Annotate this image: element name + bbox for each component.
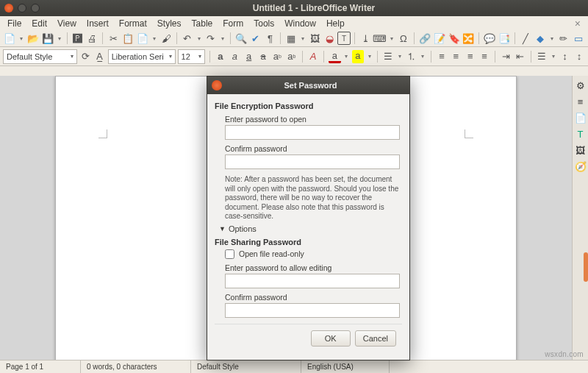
dialog-button-row: OK Cancel <box>215 324 402 352</box>
confirm-password-input[interactable] <box>225 154 400 169</box>
modal-overlay: Set Password File Encryption Password En… <box>0 0 588 373</box>
confirm-edit-password-label: Confirm password <box>225 293 402 302</box>
confirm-password-label: Confirm password <box>225 144 402 153</box>
options-expander[interactable]: ▼Options <box>219 224 402 233</box>
enter-password-input[interactable] <box>225 125 400 140</box>
dialog-title: Set Password <box>226 81 409 90</box>
options-label: Options <box>229 224 257 233</box>
enter-edit-password-label: Enter password to allow editing <box>225 263 402 272</box>
dialog-body: File Encryption Password Enter password … <box>207 94 409 360</box>
confirm-edit-password-input[interactable] <box>225 303 400 318</box>
read-only-label: Open file read-only <box>239 249 304 258</box>
sharing-group-label: File Sharing Password <box>215 238 402 246</box>
password-note: Note: After a password has been set, the… <box>225 175 400 221</box>
ok-button[interactable]: OK <box>311 330 351 347</box>
triangle-down-icon: ▼ <box>219 225 226 232</box>
enter-edit-password-input[interactable] <box>225 274 400 288</box>
dialog-titlebar[interactable]: Set Password <box>207 77 409 94</box>
set-password-dialog: Set Password File Encryption Password En… <box>207 76 410 360</box>
watermark-text: wsxdn.com <box>545 350 584 358</box>
dialog-close-icon[interactable] <box>212 80 222 90</box>
read-only-checkbox[interactable] <box>225 249 234 259</box>
enter-password-label: Enter password to open <box>225 115 402 124</box>
cancel-button[interactable]: Cancel <box>355 330 396 347</box>
read-only-checkbox-row[interactable]: Open file read-only <box>225 249 402 259</box>
encryption-group-label: File Encryption Password <box>215 102 402 110</box>
